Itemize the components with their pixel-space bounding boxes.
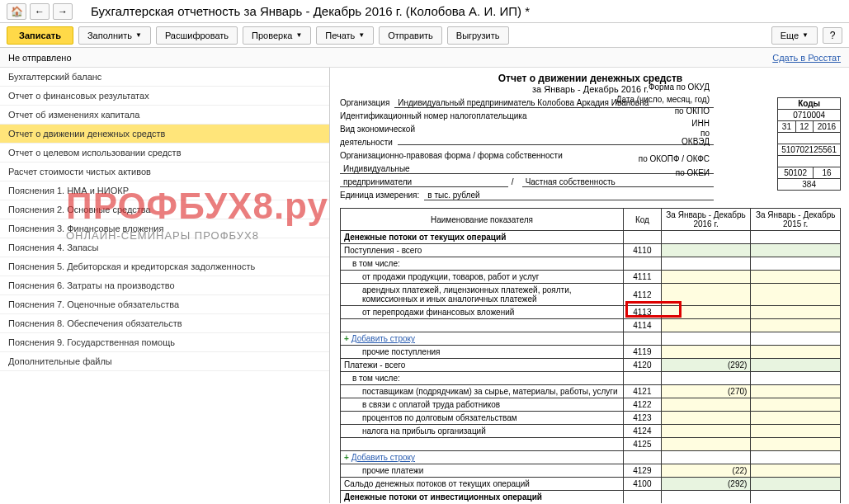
codes-table: Коды 0710004 31122016 510702125561 50102… [777,97,841,191]
sidebar-item-n2[interactable]: Пояснения 2. Основные средства [0,200,329,219]
activity-value[interactable] [398,144,714,145]
unit-value[interactable]: в тыс. рублей [424,191,714,200]
sidebar-item-finresults[interactable]: Отчет о финансовых результатах [0,87,329,106]
sidebar-item-n8[interactable]: Пояснения 8. Обеспечения обязательств [0,314,329,333]
add-row-link[interactable]: Добавить строку [351,334,415,343]
rosstat-link[interactable]: Сдать в Росстат [772,53,841,63]
opf2-value[interactable]: Частная собственность [522,177,714,187]
chevron-down-icon: ▼ [358,31,365,39]
sidebar-item-capital[interactable]: Отчет об изменениях капитала [0,106,329,125]
plus-icon: + [344,334,349,343]
chevron-down-icon: ▼ [135,31,142,39]
decrypt-button[interactable]: Расшифровать [156,26,238,45]
print-button[interactable]: Печать ▼ [316,26,374,45]
report-content: Отчет о движении денежных средств за Янв… [330,68,849,503]
sidebar-item-cashflow[interactable]: Отчет о движении денежных средств [0,125,329,144]
help-button[interactable]: ? [823,27,842,44]
chevron-down-icon: ▼ [295,31,302,39]
sidebar-item-targetuse[interactable]: Отчет о целевом использовании средств [0,144,329,163]
home-button[interactable]: 🏠 [7,3,26,20]
sidebar: Бухгалтерский баланс Отчет о финансовых … [0,68,330,503]
sidebar-item-files[interactable]: Дополнительные файлы [0,352,329,371]
fill-button[interactable]: Заполнить ▼ [78,26,151,45]
plus-icon: + [344,453,349,462]
report-subtitle: за Январь - Декабрь 2016 г. [340,84,841,94]
main-table: Наименование показателя Код За Январь - … [340,208,841,503]
chevron-down-icon: ▼ [802,31,809,39]
sidebar-item-netassets[interactable]: Расчет стоимости чистых активов [0,163,329,181]
check-button[interactable]: Проверка ▼ [243,26,311,45]
okud-code: 0710004 [778,110,841,121]
cell-4120-p1[interactable]: (292) [661,359,751,372]
page-title: Бухгалтерская отчетность за Январь - Дек… [91,4,530,18]
sidebar-item-n9[interactable]: Пояснения 9. Государственная помощь [0,333,329,352]
opf1b-value[interactable]: предприниматели [340,177,508,187]
report-title: Отчет о движении денежных средств [340,73,841,84]
more-button[interactable]: Еще ▼ [771,26,818,45]
sidebar-item-n7[interactable]: Пояснения 7. Оценочные обязательства [0,295,329,314]
status-text: Не отправлено [8,53,72,63]
sidebar-item-n6[interactable]: Пояснения 6. Затраты на производство [0,276,329,295]
sidebar-item-n5[interactable]: Пояснения 5. Дебиторская и кредиторская … [0,257,329,276]
back-button[interactable]: ← [30,3,50,20]
export-button[interactable]: Выгрузить [447,26,509,45]
write-button[interactable]: Записать [7,26,73,45]
add-row-link[interactable]: Добавить строку [351,453,415,462]
sidebar-item-n4[interactable]: Пояснения 4. Запасы [0,238,329,257]
opf1-value[interactable]: Индивидуальные [340,164,714,174]
sidebar-item-n1[interactable]: Пояснения 1. НМА и НИОКР [0,181,329,200]
sidebar-item-n3[interactable]: Пояснения 3. Финансовые вложения [0,219,329,238]
forward-button[interactable]: → [53,3,73,20]
inn-code[interactable]: 510702125561 [778,144,841,156]
sidebar-item-balance[interactable]: Бухгалтерский баланс [0,68,329,87]
send-button[interactable]: Отправить [379,26,442,45]
